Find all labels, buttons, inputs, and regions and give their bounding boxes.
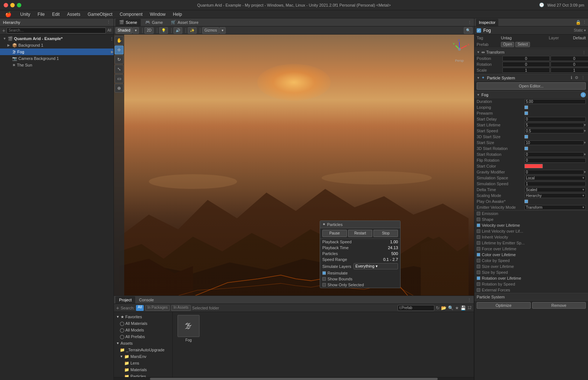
external-forces-checkbox[interactable] — [477, 288, 480, 292]
rotation-by-speed-checkbox[interactable] — [477, 282, 480, 286]
start-delay-input[interactable] — [524, 117, 586, 122]
simulation-space-dropdown[interactable]: Local ▾ — [524, 176, 586, 180]
hierarchy-item-camera[interactable]: 📷 Camera Background 1 — [0, 55, 114, 62]
viewport-options-icon[interactable]: ⋮ — [467, 19, 473, 25]
position-x-input[interactable] — [502, 56, 550, 61]
minimize-button[interactable] — [10, 3, 15, 7]
rotation-y-input[interactable] — [551, 62, 588, 67]
play-on-awake-checkbox[interactable] — [524, 200, 528, 203]
layer-value[interactable]: Default — [573, 36, 586, 40]
apple-menu[interactable]: 🍎 — [2, 11, 14, 18]
rotation-over-lifetime-checkbox[interactable] — [477, 276, 480, 280]
stop-button[interactable]: Stop — [373, 230, 398, 237]
start-lifetime-dropdown-icon[interactable]: ▾ — [584, 123, 586, 127]
prefab-open-btn[interactable]: Open — [501, 42, 514, 47]
search-viewport-btn[interactable]: 🔍 — [464, 27, 473, 34]
inherit-velocity-checkbox[interactable] — [477, 235, 480, 239]
tab-game[interactable]: 🎮 Game — [141, 19, 166, 26]
sidebar-lens[interactable]: 📁 Lens — [114, 360, 172, 366]
scale-y-input[interactable] — [551, 68, 588, 73]
sidebar-assets[interactable]: ▼ Assets — [114, 340, 172, 347]
scale-tool-btn[interactable]: ⤡ — [115, 65, 123, 74]
menu-component[interactable]: Component — [117, 11, 146, 18]
start-speed-dropdown-icon[interactable]: ▾ — [584, 129, 586, 133]
transform-options-icon[interactable]: ⋮ — [582, 50, 586, 54]
hand-tool-btn[interactable]: ✋ — [115, 36, 123, 45]
emitter-velocity-mode-dropdown[interactable]: Transform ▾ — [524, 205, 586, 210]
comp-settings-icon[interactable]: ⚙ — [574, 75, 579, 80]
menu-unity[interactable]: Unity — [17, 11, 33, 18]
project-scrollbar[interactable] — [114, 377, 474, 380]
sidebar-all-materials[interactable]: ◯ All Materials — [114, 320, 172, 327]
sidebar-materials[interactable]: 📁 Materials — [114, 366, 172, 373]
sidebar-terrain-upgrade[interactable]: 📁 _TerrainAutoUpgrade — [114, 347, 172, 353]
filter-all-btn[interactable]: All — [136, 305, 144, 311]
duration-input[interactable] — [524, 99, 586, 104]
inspector-lock-icon[interactable]: 🔒 — [576, 20, 581, 25]
tab-asset-store[interactable]: 🛒 Asset Store — [167, 19, 202, 26]
reveal-icon[interactable]: 📂 — [441, 305, 447, 311]
size-over-lifetime-checkbox[interactable] — [477, 265, 480, 268]
delta-time-dropdown[interactable]: Scaled ▾ — [524, 187, 586, 192]
filter-packages-btn[interactable]: In Packages — [145, 305, 170, 311]
hierarchy-item-fog[interactable]: 🌫 Fog ▶ — [0, 49, 114, 55]
force-over-lifetime-checkbox[interactable] — [477, 247, 480, 251]
hierarchy-item-bg1[interactable]: ▶ 📦 Background 1 — [0, 42, 114, 49]
gizmos-button[interactable]: Gizmos — [202, 27, 219, 34]
scaling-mode-dropdown[interactable]: Hierarchy ▾ — [524, 193, 586, 198]
position-y-input[interactable] — [551, 56, 588, 61]
emission-checkbox[interactable] — [477, 212, 480, 215]
simulate-layers-dropdown[interactable]: Everything ▾ — [354, 263, 398, 269]
simulation-speed-input[interactable] — [524, 182, 586, 186]
hierarchy-search-input[interactable] — [7, 28, 106, 33]
gizmos-dropdown-btn[interactable]: ▾ — [219, 27, 226, 34]
fog-expand-icon[interactable]: ▶ — [111, 50, 114, 54]
velocity-over-lifetime-checkbox[interactable] — [477, 223, 480, 227]
filter-assets-btn[interactable]: In Assets — [171, 305, 191, 311]
add-asset-icon[interactable]: + — [116, 305, 119, 311]
shaded-button[interactable]: Shaded — [115, 27, 132, 34]
audio-button[interactable]: 🔊 — [173, 27, 182, 34]
3d-start-size-checkbox[interactable] — [524, 135, 528, 139]
comp-options-icon[interactable]: ⋮ — [580, 75, 586, 80]
hierarchy-filter-all[interactable]: All — [107, 28, 111, 32]
hierarchy-item-sun[interactable]: ☀ The Sun — [0, 62, 114, 68]
sidebar-particles[interactable]: 📁 Particles — [114, 373, 172, 377]
comp-info-icon[interactable]: ℹ — [570, 75, 573, 80]
start-size-dropdown-icon[interactable]: ▾ — [584, 141, 586, 144]
favorite-icon[interactable]: ★ — [455, 305, 459, 311]
prewarm-checkbox[interactable] — [524, 111, 528, 115]
start-speed-input[interactable] — [524, 129, 584, 133]
add-hierarchy-icon[interactable]: + — [2, 28, 5, 33]
shape-checkbox[interactable] — [477, 218, 480, 221]
show-bounds-checkbox[interactable] — [322, 277, 326, 281]
fog-info-button[interactable]: i — [581, 92, 586, 97]
menu-file[interactable]: File — [35, 11, 47, 18]
start-rotation-dropdown-icon[interactable]: ▾ — [584, 153, 586, 156]
menu-window[interactable]: Window — [147, 11, 169, 18]
size-by-speed-checkbox[interactable] — [477, 270, 480, 274]
rotation-x-input[interactable] — [502, 62, 550, 67]
shaded-dropdown-btn[interactable]: ▾ — [133, 27, 139, 34]
color-over-lifetime-checkbox[interactable] — [477, 253, 480, 257]
move-tool-btn[interactable]: ✛ — [115, 46, 123, 54]
restart-button[interactable]: Restart — [348, 230, 373, 237]
gravity-modifier-input[interactable] — [524, 170, 584, 175]
start-lifetime-input[interactable] — [524, 123, 584, 128]
prefab-select-btn[interactable]: Select — [515, 42, 530, 47]
open-editor-button[interactable]: Open Editor... — [477, 82, 586, 90]
fog-header[interactable]: ▼ Fog i — [474, 91, 588, 98]
sidebar-favorites[interactable]: ▼ ★ Favorites — [114, 313, 172, 320]
project-options-icon[interactable]: ⋮ — [466, 297, 472, 303]
limit-velocity-checkbox[interactable] — [477, 229, 480, 233]
close-button[interactable] — [4, 3, 8, 7]
menu-assets[interactable]: Assets — [64, 11, 83, 18]
flip-rotation-input[interactable] — [524, 158, 586, 163]
transform-header[interactable]: ▼ ⇔ Transform ⋮ — [474, 49, 588, 55]
remove-button[interactable]: Remove — [532, 302, 586, 309]
viewport-3d[interactable]: ✋ ✛ ↻ ⤡ ▭ ⊕ X Y Z Persp — [114, 35, 474, 295]
3d-start-rotation-checkbox[interactable] — [524, 147, 528, 150]
color-by-speed-checkbox[interactable] — [477, 259, 480, 262]
maximize-button[interactable] — [17, 3, 21, 7]
refresh-icon[interactable]: ↻ — [436, 305, 440, 311]
